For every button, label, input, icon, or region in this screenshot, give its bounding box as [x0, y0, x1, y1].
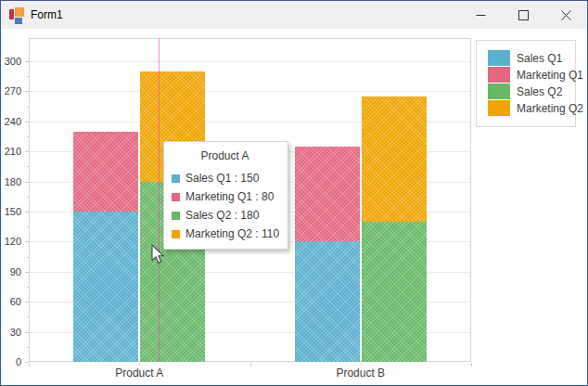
y-axis-minor-tick	[27, 197, 29, 198]
y-axis-tick-label: 60	[1, 296, 21, 307]
bar-segment-sales-q1[interactable]	[295, 241, 360, 362]
legend-item-sales-q2: Sales Q2	[488, 84, 566, 99]
minimize-icon	[476, 10, 486, 20]
legend-label: Marketing Q1	[517, 69, 583, 82]
legend-label: Marketing Q2	[517, 102, 583, 115]
y-axis-minor-tick	[27, 107, 29, 108]
y-axis-major-tick	[25, 182, 29, 183]
y-axis-tick-label: 210	[1, 146, 21, 157]
tooltip: Product A Sales Q1 : 150Marketing Q1 : 8…	[163, 141, 288, 250]
tooltip-rows: Sales Q1 : 150Marketing Q1 : 80Sales Q2 …	[172, 169, 278, 243]
y-axis-minor-tick	[27, 226, 29, 227]
legend-label: Sales Q1	[517, 52, 562, 65]
x-axis-major-tick	[29, 363, 30, 367]
legend-swatch-icon	[488, 50, 510, 66]
y-axis-tick-label: 90	[1, 266, 21, 277]
x-axis-minor-tick	[361, 363, 362, 365]
y-axis-minor-tick	[27, 76, 29, 77]
legend-item-marketing-q1: Marketing Q1	[488, 67, 566, 83]
bar-segment-marketing-q1[interactable]	[73, 132, 138, 212]
bar-segment-marketing-q2[interactable]	[362, 96, 427, 222]
x-axis-category-label: Product B	[336, 367, 385, 380]
tooltip-title: Product A	[172, 149, 278, 162]
y-axis-tick-label: 150	[1, 206, 21, 217]
y-axis-tick-label: 300	[1, 56, 21, 67]
app-window: Form1 03060901201501802102402	[0, 0, 588, 386]
y-axis-minor-tick	[27, 347, 29, 348]
tooltip-row-sales-q1: Sales Q1 : 150	[172, 169, 278, 187]
y-axis-major-tick	[25, 151, 29, 152]
maximize-icon	[518, 10, 529, 20]
minimize-button[interactable]	[459, 1, 502, 29]
legend-label: Sales Q2	[517, 85, 562, 98]
y-axis-tick-label: 120	[1, 236, 21, 247]
legend-item-marketing-q2: Marketing Q2	[488, 100, 566, 116]
y-axis-tick-label: 0	[1, 356, 21, 367]
y-axis-minor-tick	[27, 316, 29, 317]
tooltip-row-marketing-q2: Marketing Q2 : 110	[172, 225, 278, 243]
y-gridline	[30, 61, 470, 62]
tooltip-swatch-icon	[172, 193, 180, 201]
y-axis-tick-label: 180	[1, 176, 21, 187]
tooltip-row-sales-q2: Sales Q2 : 180	[172, 206, 278, 225]
window-title: Form1	[31, 8, 63, 21]
legend: Sales Q1Marketing Q1Sales Q2Marketing Q2	[476, 40, 576, 127]
tooltip-swatch-icon	[172, 212, 180, 220]
bar-segment-sales-q1[interactable]	[73, 212, 138, 362]
window-controls	[459, 1, 587, 29]
y-axis-major-tick	[25, 332, 29, 333]
tooltip-swatch-icon	[172, 230, 180, 238]
x-axis-major-tick	[250, 363, 251, 367]
legend-swatch-icon	[488, 67, 510, 83]
y-axis-tick-label: 240	[1, 116, 21, 127]
tooltip-value-text: Sales Q2 : 180	[185, 209, 259, 222]
y-axis-tick-label: 270	[1, 85, 21, 96]
bar-segment-sales-q2[interactable]	[362, 222, 427, 362]
y-axis-major-tick	[25, 212, 29, 212]
maximize-button[interactable]	[502, 1, 544, 29]
y-axis-minor-tick	[27, 166, 29, 167]
app-icon-orange-block	[15, 7, 24, 17]
mouse-cursor-icon	[151, 244, 166, 266]
tooltip-swatch-icon	[172, 174, 180, 183]
crosshair-line	[159, 38, 160, 362]
legend-item-sales-q1: Sales Q1	[488, 50, 566, 66]
y-axis-major-tick	[25, 302, 29, 302]
y-axis-major-tick	[25, 241, 29, 242]
y-axis-major-tick	[25, 122, 29, 122]
title-bar: Form1	[1, 1, 587, 29]
tooltip-value-text: Marketing Q2 : 110	[185, 227, 279, 240]
chart-control: 0306090120150180210240270300Product APro…	[1, 29, 587, 385]
app-icon-blue-block	[15, 18, 22, 24]
x-axis-minor-tick	[139, 363, 140, 365]
legend-swatch-icon	[488, 100, 510, 116]
y-axis-tick-label: 30	[1, 327, 21, 338]
tooltip-value-text: Marketing Q1 : 80	[185, 190, 274, 203]
tooltip-value-text: Sales Q1 : 150	[185, 172, 259, 185]
y-gridline	[30, 91, 470, 92]
y-axis-minor-tick	[27, 257, 29, 258]
x-axis-major-tick	[471, 363, 472, 367]
close-icon	[561, 10, 571, 20]
close-button[interactable]	[544, 1, 587, 29]
y-axis-minor-tick	[27, 287, 29, 288]
y-axis-major-tick	[25, 272, 29, 273]
x-axis-category-label: Product A	[115, 367, 163, 380]
y-axis-minor-tick	[27, 136, 29, 137]
y-axis-major-tick	[25, 61, 29, 62]
y-axis-major-tick	[25, 91, 29, 92]
app-icon	[9, 7, 24, 22]
legend-swatch-icon	[488, 84, 510, 99]
bar-segment-marketing-q1[interactable]	[295, 147, 360, 242]
app-icon-red-block	[9, 9, 14, 19]
tooltip-row-marketing-q1: Marketing Q1 : 80	[172, 187, 278, 206]
